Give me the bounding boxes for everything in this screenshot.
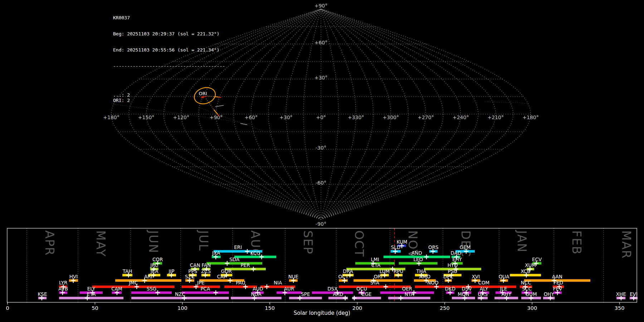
shower-label-STA: STA (370, 280, 380, 286)
shower-bar-NZC (131, 297, 229, 299)
shower-label-ERI: ERI (234, 244, 242, 250)
peak-marker-CAP (228, 278, 233, 283)
latitude-label: -60° (316, 180, 326, 186)
shower-label-NIA: NIA (274, 280, 282, 286)
shower-label-URS: URS (478, 291, 488, 297)
shower-label-EGE: EGE (362, 291, 372, 297)
longitude-label: +90° (210, 114, 223, 120)
shower-label-LEO: LEO (413, 257, 423, 262)
shower-label-GEM: GEM (460, 244, 471, 250)
shower-label-TAH: TAH (122, 268, 132, 274)
shower-label-COM: COM (478, 280, 490, 286)
shower-label-DAD: DAD (451, 250, 462, 256)
begin-time-line: Beg: 20251103 20:29:37 (sol = 221.32°) (113, 31, 225, 36)
north-pole-label: +90° (314, 3, 328, 9)
shower-label-ORS: ORS (428, 244, 439, 250)
shower-label-OER: OER (402, 286, 413, 292)
shower-label-LMI: LMI (371, 257, 379, 262)
longitude-label: +210° (488, 114, 504, 120)
shower-label-ECV: ECV (532, 257, 542, 262)
month-label: FEB (570, 230, 584, 255)
peak-marker-NTA (399, 296, 403, 301)
meridian-line (321, 9, 374, 219)
station-id: KR0037 (113, 15, 225, 20)
shower-label-AVB: AVB (58, 286, 68, 292)
meridian-line (251, 9, 321, 219)
shower-bar-SPE (289, 297, 322, 299)
shower-label-DSX: DSX (327, 286, 337, 292)
shower-label-AND: AND (411, 250, 422, 256)
meteor-track (240, 123, 247, 125)
peak-marker-STA (384, 284, 388, 289)
longitude-label: +300° (383, 114, 399, 120)
longitude-label: +180° (103, 114, 119, 120)
shower-label-QUA: QUA (499, 274, 510, 279)
shower-label-ALY: ALY (480, 286, 488, 292)
south-pole-label: -90° (316, 221, 326, 227)
shower-label-DSV: DSV (462, 286, 472, 292)
longitude-label: +270° (418, 114, 434, 120)
shower-label-SPE: SPE (301, 291, 310, 297)
longitude-label: +60° (244, 114, 258, 120)
ecliptic-segment (485, 102, 530, 103)
shower-row: KSEETANZCNDASPEARDEGENTAMONURSAHYGUMOHYX… (38, 291, 638, 301)
shower-label-AMO: AMO (419, 274, 431, 279)
peak-marker-PER (251, 267, 256, 272)
observation-info-panel: KR0037 Beg: 20251103 20:29:37 (sol = 221… (113, 4, 225, 114)
shower-label-OHY: OHY (544, 291, 555, 297)
longitude-label: +240° (453, 114, 469, 120)
meridian-line (269, 9, 321, 219)
meridian-line (321, 9, 391, 219)
longitude-label: +120° (173, 114, 189, 120)
shower-label-NTA: NTA (405, 291, 414, 297)
shower-label-JLE: JLE (500, 286, 507, 292)
shower-label-ETA: ETA (87, 291, 96, 297)
shower-label-SDA: SDA (229, 257, 240, 262)
shower-label-JPE: JPE (197, 280, 205, 286)
shower-label-ORI: ORI (374, 274, 382, 279)
month-label: JUN (146, 230, 160, 254)
shower-label-XUM: XUM (525, 262, 536, 268)
longitude-label: +150° (138, 114, 154, 120)
shower-label-MON: MON (458, 291, 469, 297)
shower-label-DRA: DRA (343, 268, 353, 274)
latitude-label: +60° (314, 40, 328, 45)
meteor-observation-screen: +180°+150°+120°+90°+60°+30°+0°+330°+300°… (0, 0, 644, 322)
shower-bar-SDA (206, 262, 262, 265)
shower-bar-PAU (224, 286, 257, 288)
shower-row: LYRJMCJPEPAUNIASTANOOCOMNCCFED (59, 280, 564, 289)
spacer (113, 79, 225, 82)
shower-bar-PCA (182, 292, 229, 294)
meridian-line (321, 9, 513, 219)
shower-bar-NTA (388, 297, 430, 299)
x-axis-title: Solar longitude (deg) (0, 310, 644, 316)
shower-label-NDA: NDA (251, 291, 262, 297)
peak-marker-AND (424, 255, 429, 259)
shower-label-KSE: KSE (38, 291, 47, 297)
month-label: MAY (94, 230, 108, 257)
shower-label-EHY: EHY (452, 257, 462, 262)
peak-marker-SDA (225, 261, 229, 266)
separator-line: ---------------------------------------- (113, 63, 225, 69)
shower-label-FED: FED (553, 280, 563, 286)
count-line-ORI: ORI: 2 (113, 98, 225, 103)
shower-label-KCG: KCG (250, 250, 260, 256)
end-time-line: End: 20251103 20:55:56 (sol = 221.34°) (113, 47, 225, 53)
shower-bar-SSG (131, 292, 172, 294)
shower-label-ELY: ELY (87, 286, 96, 292)
peak-marker-PCA (214, 291, 218, 295)
shower-label-OCT: OCT (338, 274, 348, 279)
shower-label-NZC: NZC (175, 291, 185, 297)
month-label: JUL (196, 230, 210, 251)
shower-label-NCC: NCC (521, 280, 531, 286)
longitude-label: +180° (522, 114, 538, 120)
meteor-counts: ...: 2ORI: 2 (113, 92, 225, 103)
shower-label-JEA: JEA (150, 268, 159, 274)
longitude-label: +0° (316, 114, 326, 120)
shower-label-AUR: AUR (284, 286, 294, 292)
shower-bar-KCG (234, 256, 276, 258)
month-label: SEP (301, 230, 315, 255)
shower-label-ARI: ARI (144, 274, 152, 279)
activity-chart: APRMAYJUNJULAUGSEPOCTNOVDECJANFEBMARKUME… (6, 228, 638, 311)
month-label: JAN (515, 230, 529, 253)
